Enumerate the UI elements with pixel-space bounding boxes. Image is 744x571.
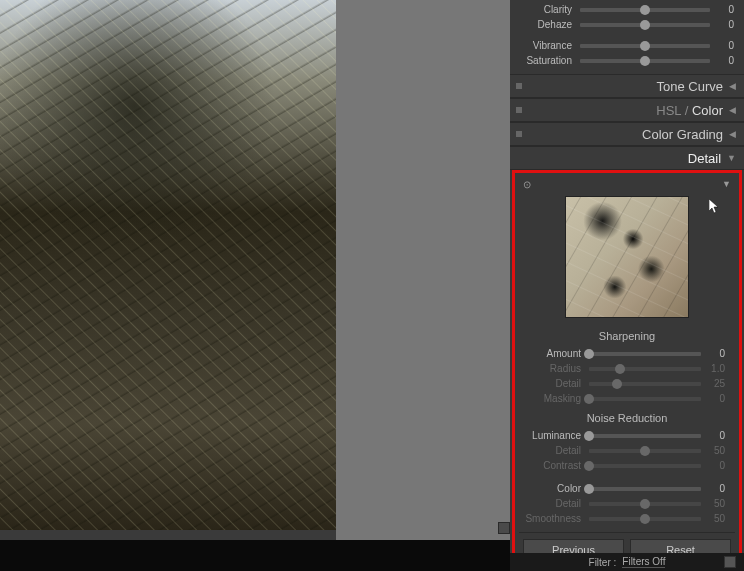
dehaze-slider[interactable]: Dehaze 0 [510,17,744,32]
filter-value[interactable]: Filters Off [622,556,665,568]
slider-track[interactable] [589,367,701,371]
chevron-down-icon: ▼ [727,153,736,163]
panel-toggle-icon[interactable] [516,131,522,137]
slider-value[interactable]: 0 [710,55,734,66]
slider-label: Dehaze [510,19,580,30]
slider-track[interactable] [589,352,701,356]
slider-track[interactable] [580,8,710,12]
tone-curve-panel-header[interactable]: Tone Curve ◀ [510,74,744,98]
caret-down-icon[interactable]: ▼ [722,179,731,190]
slider-value[interactable]: 0 [701,393,725,404]
chevron-left-icon: ◀ [729,129,736,139]
slider-track[interactable] [589,397,701,401]
slider-label: Clarity [510,4,580,15]
slider-track[interactable] [589,517,701,521]
slider-value[interactable]: 0 [710,4,734,15]
slider-label: Saturation [510,55,580,66]
slider-label: Radius [519,363,589,374]
presence-sliders: Clarity 0 Dehaze 0 Vibrance 0 Saturation… [510,0,744,68]
slider-label: Contrast [519,460,589,471]
panel-title: Tone Curve [657,79,723,94]
slider-track[interactable] [589,434,701,438]
chevron-left-icon: ◀ [729,105,736,115]
library-filter-bar: Filter : Filters Off [510,553,744,571]
panel-toggle-icon[interactable] [516,83,522,89]
sharpen-masking-slider[interactable]: Masking 0 [519,391,735,406]
detail-zoom-preview[interactable] [565,196,689,318]
vibrance-slider[interactable]: Vibrance 0 [510,38,744,53]
slider-label: Detail [519,498,589,509]
clarity-slider[interactable]: Clarity 0 [510,2,744,17]
slider-value[interactable]: 0 [701,460,725,471]
develop-right-panel: Clarity 0 Dehaze 0 Vibrance 0 Saturation… [510,0,744,571]
slider-label: Amount [519,348,589,359]
nr-color-detail-slider[interactable]: Detail 50 [519,496,735,511]
saturation-slider[interactable]: Saturation 0 [510,53,744,68]
nr-contrast-slider[interactable]: Contrast 0 [519,458,735,473]
slider-value[interactable]: 50 [701,445,725,456]
nr-lum-detail-slider[interactable]: Detail 50 [519,443,735,458]
sharpen-detail-slider[interactable]: Detail 25 [519,376,735,391]
slider-track[interactable] [589,382,701,386]
slider-track[interactable] [580,23,710,27]
slider-label: Masking [519,393,589,404]
slider-label: Color [519,483,589,494]
slider-label: Detail [519,378,589,389]
filter-label: Filter : [589,557,617,568]
slider-track[interactable] [589,449,701,453]
lock-icon[interactable] [724,556,736,568]
noise-reduction-title: Noise Reduction [519,412,735,424]
nr-smoothness-slider[interactable]: Smoothness 50 [519,511,735,526]
slider-value[interactable]: 0 [701,483,725,494]
hsl-color-panel-header[interactable]: HSL / Color ◀ [510,98,744,122]
slider-value[interactable]: 0 [701,430,725,441]
sharpening-title: Sharpening [519,330,735,342]
canvas-background [336,0,510,540]
slider-track[interactable] [580,59,710,63]
slider-value[interactable]: 0 [710,40,734,51]
soft-proof-toggle[interactable] [498,522,510,534]
sharpen-radius-slider[interactable]: Radius 1.0 [519,361,735,376]
panel-title: Color Grading [642,127,723,142]
detail-panel-highlighted: ⊙ ▼ Sharpening Amount 0 Radius 1.0 Detai… [512,170,742,571]
slider-label: Detail [519,445,589,456]
panel-toggle-icon[interactable] [516,107,522,113]
slider-value[interactable]: 50 [701,498,725,509]
detail-target-icon[interactable]: ⊙ [523,179,531,190]
panel-title: Detail [688,151,721,166]
nr-color-slider[interactable]: Color 0 [519,481,735,496]
sharpen-amount-slider[interactable]: Amount 0 [519,346,735,361]
slider-value[interactable]: 50 [701,513,725,524]
slider-value[interactable]: 0 [710,19,734,30]
chevron-left-icon: ◀ [729,81,736,91]
panel-title: HSL / Color [656,103,723,118]
detail-panel-header[interactable]: Detail ▼ [510,146,744,170]
slider-track[interactable] [589,502,701,506]
color-grading-panel-header[interactable]: Color Grading ◀ [510,122,744,146]
main-preview-image[interactable] [0,0,336,530]
slider-track[interactable] [580,44,710,48]
slider-track[interactable] [589,464,701,468]
slider-value[interactable]: 25 [701,378,725,389]
slider-value[interactable]: 1.0 [701,363,725,374]
nr-luminance-slider[interactable]: Luminance 0 [519,428,735,443]
slider-label: Luminance [519,430,589,441]
slider-label: Smoothness [519,513,589,524]
slider-track[interactable] [589,487,701,491]
slider-label: Vibrance [510,40,580,51]
slider-value[interactable]: 0 [701,348,725,359]
